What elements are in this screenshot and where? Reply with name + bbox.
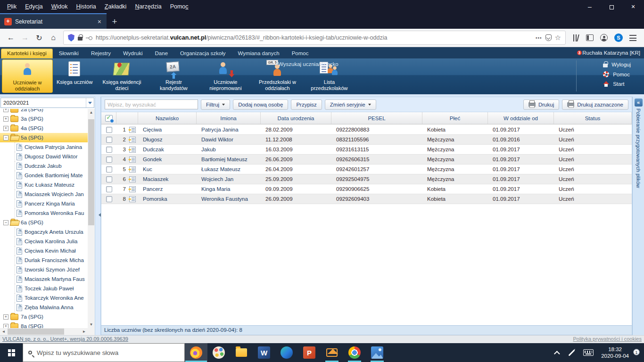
toolbar-button-filtruj[interactable]: Filtruj — [201, 99, 230, 110]
forward-icon[interactable]: → — [18, 31, 32, 45]
start-button[interactable] — [0, 343, 23, 362]
menu-item-pomoc[interactable]: Pomoc — [166, 0, 193, 13]
toolbar-button-przypisz[interactable]: Przypisz — [291, 99, 322, 110]
ribbon-button-uczniowie-w-oddziałach[interactable]: Uczniowie w oddziałach — [2, 59, 53, 93]
column-header-imiona[interactable]: Imiona — [197, 112, 261, 124]
browser-tab[interactable]: + Sekretariat × — [0, 13, 107, 29]
menu-item-plik[interactable]: Plik — [3, 0, 21, 13]
page-actions-icon[interactable]: ••• — [536, 35, 542, 41]
tree-student-maciaszek-martyna-faus[interactable]: Maciaszek Martyna Faus — [0, 274, 88, 284]
school-year-select[interactable]: 2020/2021 — [0, 98, 94, 108]
column-header-płeć[interactable]: Płeć — [422, 112, 488, 124]
expand-expander-icon[interactable]: + — [3, 116, 8, 122]
ribbon-tab-dane[interactable]: Dane — [149, 49, 174, 58]
tree-student-pancerz-kinga-maria[interactable]: Pancerz Kinga Maria — [0, 199, 88, 208]
tree-class-2a-spg[interactable]: +2a (SPG) — [0, 109, 88, 114]
taskbar-clock[interactable]: 18:32 2020-09-04 — [601, 346, 629, 359]
tree-student-maciaszek-wojciech-jan[interactable]: Maciaszek Wojciech Jan — [0, 189, 88, 199]
maximize-button[interactable] — [601, 0, 622, 13]
taskbar-app-edge[interactable] — [275, 343, 298, 362]
action-wyloguj[interactable]: Wyloguj — [603, 62, 631, 67]
table-row[interactable]: 4GondekBartłomiej Mateusz26.06.200909262… — [101, 155, 632, 165]
row-checkbox[interactable] — [106, 137, 112, 143]
toolbar-button-drukuj[interactable]: Drukuj — [523, 99, 559, 110]
logged-user-name[interactable]: Ruchała Katarzyna [KR] — [582, 50, 640, 56]
scroll-down-icon[interactable]: ▼ — [88, 321, 95, 328]
table-row[interactable]: 5KucŁukasz Mateusz26.04.200909242601257M… — [101, 165, 632, 174]
account-icon[interactable] — [600, 34, 608, 41]
extension-s-icon[interactable]: S — [614, 33, 623, 42]
taskbar-app-chrome[interactable] — [343, 343, 366, 362]
table-row[interactable]: 3DudczakJakub16.03.200909231613115Mężczy… — [101, 145, 632, 155]
row-checkbox[interactable] — [106, 166, 112, 173]
column-header-status[interactable]: Status — [554, 112, 632, 124]
row-checkbox[interactable] — [106, 176, 112, 182]
toolbar-button-dodaj-nową-osobę[interactable]: Dodaj nową osobę — [233, 99, 288, 110]
header-select-all[interactable]: ✓ — [101, 112, 116, 124]
ribbon-tab-rejestry[interactable]: Rejestry — [85, 49, 117, 58]
year-dropdown-button[interactable] — [86, 98, 94, 107]
collapse-arrow-icon[interactable] — [97, 213, 101, 217]
library-icon[interactable] — [573, 34, 579, 41]
ribbon-tab-słowniki[interactable]: Słowniki — [53, 49, 85, 58]
expand-expander-icon[interactable]: + — [3, 314, 8, 320]
windows-ink-icon[interactable] — [569, 349, 575, 356]
tree-student-izworski-szymon-józef[interactable]: Izworski Szymon Józef — [0, 265, 88, 274]
tree-student-cięciwa-patrycja-janina[interactable]: Cięciwa Patrycja Janina — [0, 142, 88, 152]
taskbar-app-paint[interactable] — [207, 343, 230, 362]
column-header-nazwisko[interactable]: Nazwisko — [138, 112, 197, 124]
ribbon-button-rejestr-kandydatów[interactable]: 2ARejestr kandydatów — [148, 59, 199, 93]
menu-item-narzędzia[interactable]: Narzędzia — [131, 0, 165, 13]
student-search-field[interactable]: Wyszukaj ucznia/dziecko — [278, 61, 339, 67]
table-row[interactable]: 6MaciaszekWojciech Jan25.09.200909292504… — [101, 174, 632, 184]
tree-student-bogaczyk-aneta-urszula[interactable]: Bogaczyk Aneta Urszula — [0, 227, 88, 237]
pocket-icon[interactable] — [545, 34, 552, 41]
scroll-left-icon[interactable]: ◄ — [0, 328, 7, 335]
row-checkbox[interactable] — [106, 186, 112, 192]
scroll-right-icon[interactable]: ► — [81, 328, 88, 335]
home-icon[interactable]: ⌂ — [46, 31, 60, 45]
action-pomoc[interactable]: Pomoc — [603, 71, 631, 77]
tree-student-dudczak-jakub[interactable]: Dudczak Jakub — [0, 161, 88, 171]
ribbon-tab-wydruki[interactable]: Wydruki — [117, 49, 149, 58]
tree-student-gondek-bartłomiej-mate[interactable]: Gondek Bartłomiej Mate — [0, 171, 88, 180]
sidebar-splitter[interactable] — [95, 97, 101, 335]
collapse-expander-icon[interactable]: − — [3, 135, 8, 140]
tree-student-zięba-malwina-anna[interactable]: Zięba Malwina Anna — [0, 303, 88, 312]
tree-student-pomorska-weronika-fau[interactable]: Pomorska Weronika Fau — [0, 208, 88, 218]
student-record-icon[interactable] — [129, 137, 136, 143]
ribbon-tab-kartoteki-i-księgi[interactable]: Kartoteki i księgi — [1, 49, 53, 58]
table-row[interactable]: 8PomorskaWeronika Faustyna26.09.20090929… — [101, 194, 632, 204]
ribbon-tab-wymiana-danych[interactable]: Wymiana danych — [232, 49, 286, 58]
row-checkbox[interactable] — [106, 127, 112, 133]
toolbar-button-drukuj-zaznaczone[interactable]: Drukuj zaznaczone — [562, 99, 628, 110]
student-record-icon[interactable] — [129, 176, 136, 182]
url-bar[interactable]: https://uonetplus-sekretariat.vulcan.net… — [63, 31, 566, 45]
taskbar-app-firefox[interactable] — [185, 343, 207, 362]
table-row[interactable]: 7PancerzKinga Maria09.09.200909290906625… — [101, 184, 632, 194]
taskbar-app-photos[interactable] — [366, 343, 388, 362]
close-button[interactable]: × — [622, 0, 644, 13]
student-record-icon[interactable] — [129, 196, 136, 202]
tree-class-5a-spg[interactable]: −5a (SPG) — [0, 133, 88, 142]
taskbar-app-mail[interactable] — [321, 343, 343, 362]
taskbar-app-powerpoint[interactable]: P — [298, 343, 321, 362]
ribbon-tab-organizacja-szkoły[interactable]: Organizacja szkoły — [174, 49, 232, 58]
tracking-protection-shield-icon[interactable] — [68, 34, 74, 41]
vulcan-version-link[interactable]: VULCAN sp. z o. o., Uonet+, wersja 20.09… — [2, 336, 128, 343]
privacy-policy-link[interactable]: Polityka prywatności i cookies — [573, 336, 642, 343]
menu-item-historia[interactable]: Historia — [72, 0, 100, 13]
taskbar-app-word[interactable]: W — [253, 343, 275, 362]
ribbon-button-uczniowie-niepromowani[interactable]: Uczniowie niepromowani — [200, 59, 251, 93]
row-checkbox[interactable] — [106, 196, 112, 202]
tree-student-cięciwa-karolina-julia[interactable]: Cięciwa Karolina Julia — [0, 237, 88, 246]
column-header-pesel[interactable]: PESEL — [331, 112, 422, 124]
scrollbar-thumb[interactable] — [8, 329, 64, 335]
menu-item-edycja[interactable]: Edycja — [21, 0, 47, 13]
row-checkbox[interactable] — [106, 156, 112, 163]
row-checkbox[interactable] — [106, 147, 112, 153]
student-record-icon[interactable] — [129, 186, 136, 192]
tree-class-3a-spg[interactable]: +3a (SPG) — [0, 114, 88, 123]
reload-icon[interactable]: ↻ — [32, 31, 46, 45]
tree-class-6a-spg[interactable]: −6a (SPG) — [0, 218, 88, 227]
